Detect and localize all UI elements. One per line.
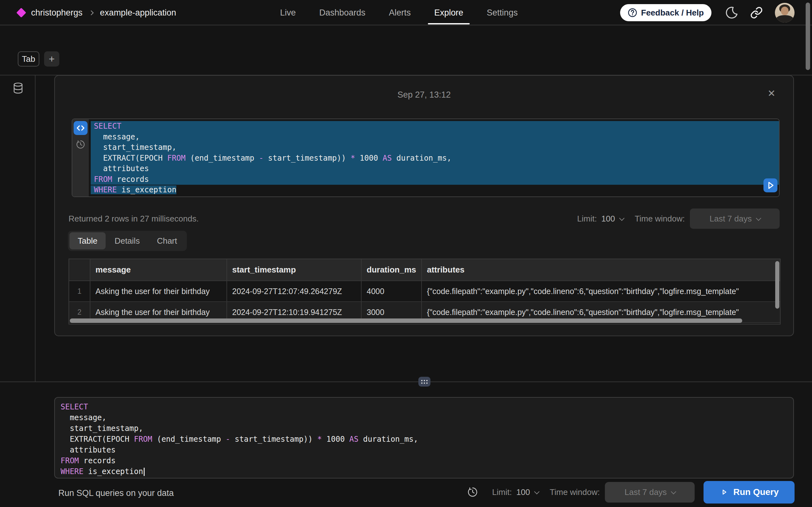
nav-item-alerts[interactable]: Alerts: [389, 8, 411, 18]
question-circle-icon: [628, 8, 637, 17]
history-button[interactable]: [467, 487, 478, 497]
col-start_timestamp: start_timestamp: [227, 259, 362, 280]
query-result-card: Sep 27, 13:12 ✕ SELECT message, star: [54, 75, 794, 336]
drag-dots-icon: [421, 380, 427, 384]
code-line: WHERE is_exception: [91, 185, 779, 195]
result-controls: Limit: 100 Time window: Last 7 days: [577, 209, 780, 229]
text-cursor: [144, 468, 145, 476]
table-header: messagestart_timestampduration_msattribu…: [69, 259, 780, 281]
code-line: attributes: [61, 445, 774, 455]
view-tab-chart[interactable]: Chart: [149, 232, 186, 249]
query-tab-label: Tab: [22, 54, 35, 64]
breadcrumb: christophergs example-application: [18, 0, 176, 25]
run-selected-query-button[interactable]: [763, 178, 777, 192]
run-query-label: Run Query: [733, 487, 779, 497]
history-icon: [467, 487, 478, 497]
nav-items: LiveDashboardsAlertsExploreSettings: [280, 0, 518, 25]
view-tabs: TableDetailsChart: [68, 231, 187, 251]
nav-item-live[interactable]: Live: [280, 8, 296, 18]
code-line: SELECT: [91, 121, 779, 132]
limit-label: Limit:: [492, 487, 512, 497]
time-window-value: Last 7 days: [710, 214, 752, 224]
play-icon: [719, 487, 729, 497]
query-timestamp: Sep 27, 13:12: [55, 90, 793, 100]
code-line: message,: [61, 412, 774, 423]
col-row-number: [69, 259, 90, 280]
sql-code-selected: SELECT message, start_timestamp, EXTRACT…: [89, 119, 779, 196]
code-line: start_timestamp,: [91, 142, 779, 153]
sql-editor[interactable]: SELECT message, start_timestamp, EXTRACT…: [54, 397, 794, 478]
top-nav: christophergs example-application LiveDa…: [0, 0, 812, 25]
play-icon: [763, 178, 777, 192]
code-line: EXTRACT(EPOCH FROM (end_timestamp - star…: [91, 153, 779, 164]
time-window-select[interactable]: Last 7 days: [605, 482, 695, 503]
plus-icon: +: [49, 53, 55, 65]
explore-page: christophergs example-application LiveDa…: [0, 0, 812, 507]
code-icon: [75, 123, 86, 133]
code-line: message,: [91, 132, 779, 143]
schema-sidebar-button[interactable]: [13, 82, 23, 94]
table-row[interactable]: 1Asking the user for their birthday2024-…: [69, 281, 780, 302]
user-avatar[interactable]: [775, 3, 795, 22]
breadcrumb-project[interactable]: example-application: [100, 8, 176, 18]
query-tab[interactable]: Tab: [18, 51, 39, 66]
close-icon[interactable]: ✕: [768, 88, 775, 99]
table-body: 1Asking the user for their birthday2024-…: [69, 281, 780, 324]
chevron-down-icon[interactable]: [534, 489, 540, 494]
time-window-select[interactable]: Last 7 days: [690, 209, 780, 229]
pane-resize-handle[interactable]: [418, 377, 430, 387]
pane-divider: [0, 382, 812, 382]
query-history-button[interactable]: [76, 140, 85, 149]
result-status: Returned 2 rows in 27 milliseconds.: [68, 214, 199, 224]
col-message: message: [90, 259, 227, 280]
add-tab-button[interactable]: +: [44, 51, 59, 66]
history-icon: [76, 140, 85, 149]
feedback-help-button[interactable]: Feedback / Help: [620, 4, 711, 21]
chevron-down-icon: [671, 489, 676, 494]
code-line: WHERE is_exception: [61, 466, 774, 477]
avatar-body: [776, 15, 794, 22]
editor-hint: Run SQL queries on your data: [58, 488, 174, 498]
share-link-button[interactable]: [750, 6, 763, 19]
code-line: SELECT: [61, 401, 774, 412]
theme-toggle-button[interactable]: [723, 5, 738, 20]
code-line: start_timestamp,: [61, 423, 774, 434]
horizontal-scrollbar[interactable]: [70, 319, 742, 323]
code-button[interactable]: [73, 121, 88, 135]
chevron-right-icon: [89, 10, 94, 15]
avatar-face: [781, 7, 789, 15]
col-duration_ms: duration_ms: [362, 259, 422, 280]
nav-item-explore[interactable]: Explore: [434, 8, 463, 18]
database-icon: [13, 82, 23, 94]
sql-gutter: [72, 119, 89, 196]
result-table: messagestart_timestampduration_msattribu…: [68, 259, 780, 325]
limit-value[interactable]: 100: [516, 487, 530, 497]
nav-item-dashboards[interactable]: Dashboards: [319, 8, 365, 18]
code-line: FROM records: [61, 455, 774, 466]
chevron-down-icon[interactable]: [619, 216, 624, 221]
bottom-controls: Limit: 100 Time window: Last 7 days Run …: [467, 480, 795, 504]
nav-right: Feedback / Help: [620, 0, 795, 25]
view-tab-table[interactable]: Table: [69, 232, 106, 249]
limit-label: Limit:: [577, 214, 597, 224]
moon-icon: [723, 5, 738, 20]
chevron-down-icon: [756, 216, 761, 221]
vertical-scrollbar[interactable]: [775, 261, 779, 308]
editor-scrollbar[interactable]: [806, 3, 810, 70]
nav-item-settings[interactable]: Settings: [487, 8, 518, 18]
query-sql-block: SELECT message, start_timestamp, EXTRACT…: [72, 118, 780, 197]
code-line: attributes: [91, 164, 779, 174]
col-attributes: attributes: [422, 259, 780, 280]
run-query-button[interactable]: Run Query: [704, 481, 795, 504]
code-line: FROM records: [91, 174, 779, 185]
logfire-logo-icon[interactable]: [16, 8, 26, 17]
limit-value[interactable]: 100: [601, 214, 615, 224]
time-window-label: Time window:: [635, 214, 685, 224]
view-tab-details[interactable]: Details: [106, 232, 148, 249]
breadcrumb-org[interactable]: christophergs: [31, 8, 83, 18]
sidebar-divider: [35, 75, 36, 382]
code-line: EXTRACT(EPOCH FROM (end_timestamp - star…: [61, 434, 774, 445]
link-icon: [750, 6, 763, 19]
feedback-help-label: Feedback / Help: [641, 8, 704, 18]
time-window-value: Last 7 days: [624, 487, 667, 497]
